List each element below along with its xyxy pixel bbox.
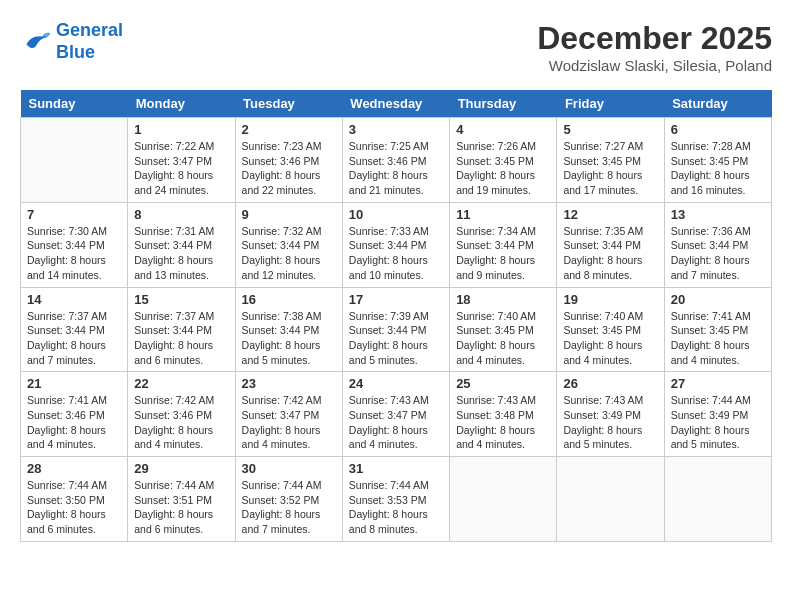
day-number: 2 (242, 122, 336, 137)
calendar-cell: 25Sunrise: 7:43 AM Sunset: 3:48 PM Dayli… (450, 372, 557, 457)
day-info: Sunrise: 7:25 AM Sunset: 3:46 PM Dayligh… (349, 139, 443, 198)
calendar-cell: 2Sunrise: 7:23 AM Sunset: 3:46 PM Daylig… (235, 118, 342, 203)
day-info: Sunrise: 7:44 AM Sunset: 3:50 PM Dayligh… (27, 478, 121, 537)
calendar-week-row: 28Sunrise: 7:44 AM Sunset: 3:50 PM Dayli… (21, 457, 772, 542)
day-info: Sunrise: 7:40 AM Sunset: 3:45 PM Dayligh… (456, 309, 550, 368)
day-number: 27 (671, 376, 765, 391)
calendar-cell: 14Sunrise: 7:37 AM Sunset: 3:44 PM Dayli… (21, 287, 128, 372)
location-subtitle: Wodzislaw Slaski, Silesia, Poland (537, 57, 772, 74)
calendar-cell: 23Sunrise: 7:42 AM Sunset: 3:47 PM Dayli… (235, 372, 342, 457)
day-number: 12 (563, 207, 657, 222)
weekday-header: Friday (557, 90, 664, 118)
day-info: Sunrise: 7:39 AM Sunset: 3:44 PM Dayligh… (349, 309, 443, 368)
day-info: Sunrise: 7:44 AM Sunset: 3:52 PM Dayligh… (242, 478, 336, 537)
calendar-cell: 6Sunrise: 7:28 AM Sunset: 3:45 PM Daylig… (664, 118, 771, 203)
day-number: 10 (349, 207, 443, 222)
calendar-cell (557, 457, 664, 542)
calendar-cell: 22Sunrise: 7:42 AM Sunset: 3:46 PM Dayli… (128, 372, 235, 457)
calendar-cell: 1Sunrise: 7:22 AM Sunset: 3:47 PM Daylig… (128, 118, 235, 203)
calendar-cell: 29Sunrise: 7:44 AM Sunset: 3:51 PM Dayli… (128, 457, 235, 542)
day-info: Sunrise: 7:40 AM Sunset: 3:45 PM Dayligh… (563, 309, 657, 368)
calendar-cell: 8Sunrise: 7:31 AM Sunset: 3:44 PM Daylig… (128, 202, 235, 287)
calendar-cell: 30Sunrise: 7:44 AM Sunset: 3:52 PM Dayli… (235, 457, 342, 542)
calendar-cell: 10Sunrise: 7:33 AM Sunset: 3:44 PM Dayli… (342, 202, 449, 287)
calendar-cell: 16Sunrise: 7:38 AM Sunset: 3:44 PM Dayli… (235, 287, 342, 372)
weekday-header-row: SundayMondayTuesdayWednesdayThursdayFrid… (21, 90, 772, 118)
day-info: Sunrise: 7:37 AM Sunset: 3:44 PM Dayligh… (27, 309, 121, 368)
calendar-cell: 5Sunrise: 7:27 AM Sunset: 3:45 PM Daylig… (557, 118, 664, 203)
day-number: 22 (134, 376, 228, 391)
day-info: Sunrise: 7:42 AM Sunset: 3:46 PM Dayligh… (134, 393, 228, 452)
day-info: Sunrise: 7:41 AM Sunset: 3:46 PM Dayligh… (27, 393, 121, 452)
day-number: 23 (242, 376, 336, 391)
weekday-header: Wednesday (342, 90, 449, 118)
day-number: 24 (349, 376, 443, 391)
day-number: 26 (563, 376, 657, 391)
day-info: Sunrise: 7:37 AM Sunset: 3:44 PM Dayligh… (134, 309, 228, 368)
month-title: December 2025 (537, 20, 772, 57)
day-info: Sunrise: 7:35 AM Sunset: 3:44 PM Dayligh… (563, 224, 657, 283)
calendar-cell: 3Sunrise: 7:25 AM Sunset: 3:46 PM Daylig… (342, 118, 449, 203)
day-number: 7 (27, 207, 121, 222)
calendar-cell: 12Sunrise: 7:35 AM Sunset: 3:44 PM Dayli… (557, 202, 664, 287)
day-number: 15 (134, 292, 228, 307)
day-info: Sunrise: 7:42 AM Sunset: 3:47 PM Dayligh… (242, 393, 336, 452)
weekday-header: Tuesday (235, 90, 342, 118)
day-number: 31 (349, 461, 443, 476)
day-info: Sunrise: 7:32 AM Sunset: 3:44 PM Dayligh… (242, 224, 336, 283)
calendar-table: SundayMondayTuesdayWednesdayThursdayFrid… (20, 90, 772, 542)
calendar-cell: 9Sunrise: 7:32 AM Sunset: 3:44 PM Daylig… (235, 202, 342, 287)
calendar-cell: 19Sunrise: 7:40 AM Sunset: 3:45 PM Dayli… (557, 287, 664, 372)
day-number: 11 (456, 207, 550, 222)
day-number: 19 (563, 292, 657, 307)
day-info: Sunrise: 7:43 AM Sunset: 3:48 PM Dayligh… (456, 393, 550, 452)
title-block: December 2025 Wodzislaw Slaski, Silesia,… (537, 20, 772, 74)
day-number: 6 (671, 122, 765, 137)
day-info: Sunrise: 7:43 AM Sunset: 3:47 PM Dayligh… (349, 393, 443, 452)
calendar-cell: 31Sunrise: 7:44 AM Sunset: 3:53 PM Dayli… (342, 457, 449, 542)
day-info: Sunrise: 7:22 AM Sunset: 3:47 PM Dayligh… (134, 139, 228, 198)
day-number: 13 (671, 207, 765, 222)
weekday-header: Saturday (664, 90, 771, 118)
calendar-cell: 11Sunrise: 7:34 AM Sunset: 3:44 PM Dayli… (450, 202, 557, 287)
day-info: Sunrise: 7:36 AM Sunset: 3:44 PM Dayligh… (671, 224, 765, 283)
day-info: Sunrise: 7:31 AM Sunset: 3:44 PM Dayligh… (134, 224, 228, 283)
day-number: 17 (349, 292, 443, 307)
calendar-cell: 18Sunrise: 7:40 AM Sunset: 3:45 PM Dayli… (450, 287, 557, 372)
day-number: 18 (456, 292, 550, 307)
day-info: Sunrise: 7:34 AM Sunset: 3:44 PM Dayligh… (456, 224, 550, 283)
calendar-cell (664, 457, 771, 542)
calendar-cell: 4Sunrise: 7:26 AM Sunset: 3:45 PM Daylig… (450, 118, 557, 203)
day-number: 1 (134, 122, 228, 137)
day-info: Sunrise: 7:43 AM Sunset: 3:49 PM Dayligh… (563, 393, 657, 452)
logo: General Blue (20, 20, 123, 63)
logo-text: General Blue (56, 20, 123, 63)
calendar-cell: 28Sunrise: 7:44 AM Sunset: 3:50 PM Dayli… (21, 457, 128, 542)
day-info: Sunrise: 7:30 AM Sunset: 3:44 PM Dayligh… (27, 224, 121, 283)
day-number: 25 (456, 376, 550, 391)
calendar-week-row: 21Sunrise: 7:41 AM Sunset: 3:46 PM Dayli… (21, 372, 772, 457)
day-number: 21 (27, 376, 121, 391)
calendar-cell (450, 457, 557, 542)
logo-icon (20, 28, 52, 56)
day-info: Sunrise: 7:38 AM Sunset: 3:44 PM Dayligh… (242, 309, 336, 368)
weekday-header: Sunday (21, 90, 128, 118)
day-info: Sunrise: 7:44 AM Sunset: 3:53 PM Dayligh… (349, 478, 443, 537)
day-info: Sunrise: 7:33 AM Sunset: 3:44 PM Dayligh… (349, 224, 443, 283)
calendar-week-row: 7Sunrise: 7:30 AM Sunset: 3:44 PM Daylig… (21, 202, 772, 287)
calendar-week-row: 14Sunrise: 7:37 AM Sunset: 3:44 PM Dayli… (21, 287, 772, 372)
day-number: 14 (27, 292, 121, 307)
day-info: Sunrise: 7:27 AM Sunset: 3:45 PM Dayligh… (563, 139, 657, 198)
day-number: 29 (134, 461, 228, 476)
day-number: 5 (563, 122, 657, 137)
calendar-cell: 17Sunrise: 7:39 AM Sunset: 3:44 PM Dayli… (342, 287, 449, 372)
weekday-header: Thursday (450, 90, 557, 118)
calendar-cell: 7Sunrise: 7:30 AM Sunset: 3:44 PM Daylig… (21, 202, 128, 287)
day-info: Sunrise: 7:44 AM Sunset: 3:49 PM Dayligh… (671, 393, 765, 452)
calendar-week-row: 1Sunrise: 7:22 AM Sunset: 3:47 PM Daylig… (21, 118, 772, 203)
calendar-cell (21, 118, 128, 203)
day-number: 20 (671, 292, 765, 307)
page-header: General Blue December 2025 Wodzislaw Sla… (20, 20, 772, 74)
day-number: 16 (242, 292, 336, 307)
calendar-cell: 24Sunrise: 7:43 AM Sunset: 3:47 PM Dayli… (342, 372, 449, 457)
